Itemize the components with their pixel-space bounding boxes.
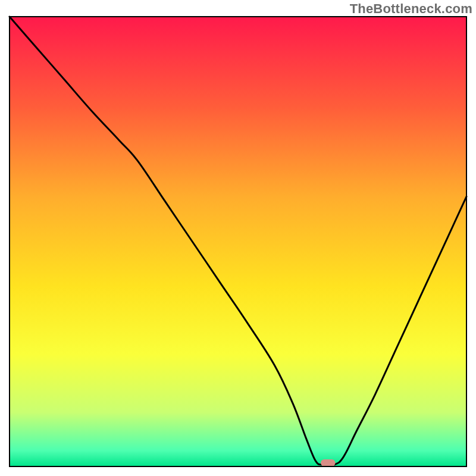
bottleneck-chart: TheBottleneck.com xyxy=(0,0,476,476)
watermark-text: TheBottleneck.com xyxy=(350,1,472,17)
optimum-pill xyxy=(321,459,336,466)
gradient-background xyxy=(10,17,466,466)
chart-plot-area xyxy=(0,0,476,476)
